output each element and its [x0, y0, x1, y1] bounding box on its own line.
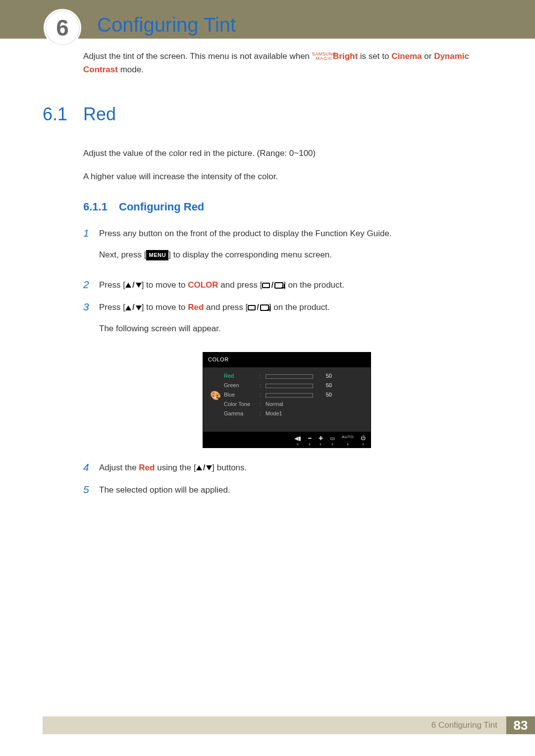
osd-plus-icon: ✚	[319, 434, 323, 443]
osd-text-colortone: Normal	[266, 400, 283, 409]
section-title: Red	[83, 100, 116, 129]
up-arrow-icon	[196, 465, 202, 470]
step-1b-pre: Next, press [	[99, 250, 146, 259]
osd-title: COLOR	[203, 353, 371, 367]
step-2-pre: Press [	[99, 280, 125, 290]
subsection-heading: 6.1.1 Configuring Red	[83, 198, 490, 215]
footer-chapter-label: 6 Configuring Tint	[43, 716, 506, 734]
osd-colon: :	[260, 400, 266, 409]
osd-colon: :	[260, 409, 266, 418]
chapter-number: 6	[45, 14, 80, 41]
chapter-number-circle: 6	[44, 9, 81, 47]
header-bar: 6 Configuring Tint	[0, 0, 535, 39]
section-p1: Adjust the value of the color red in the…	[83, 147, 490, 160]
step-number: 4	[83, 461, 99, 473]
osd-minus-icon: ━	[308, 434, 312, 443]
step-1: 1 Press any button on the front of the p…	[83, 227, 490, 269]
osd-menu-screenshot: COLOR 🎨 Red : 50 Green : 50	[203, 352, 371, 448]
step-3-mid2: and press [	[204, 302, 248, 312]
osd-colon: :	[260, 372, 266, 381]
samsung-magic-sub: MAGIC	[316, 56, 333, 61]
menu-key-icon: MENU	[146, 250, 168, 260]
step-2: 2 Press [/] to move to COLOR and press […	[83, 278, 490, 292]
osd-bar-green	[266, 384, 313, 388]
osd-auto-icon: AUTO	[342, 434, 354, 443]
palette-icon: 🎨	[210, 389, 221, 403]
osd-value-blue: 50	[318, 391, 332, 400]
osd-enter-icon: ▭	[330, 434, 335, 443]
step-4: 4 Adjust the Red using the [/] buttons.	[83, 461, 490, 474]
enter-icon	[260, 304, 269, 311]
section-p2: A higher value will increase the intensi…	[83, 170, 490, 183]
osd-label-blue: Blue	[224, 391, 260, 400]
osd-back-icon: ◀▮	[294, 434, 301, 443]
subsection-title: Configuring Red	[119, 198, 204, 215]
step-4-post: ] buttons.	[212, 463, 247, 472]
step-number: 5	[83, 483, 99, 496]
step-1a-text: Press any button on the front of the pro…	[99, 227, 490, 240]
footer-page-number: 83	[506, 716, 535, 734]
up-arrow-icon	[125, 305, 131, 310]
osd-bar-red	[266, 374, 313, 379]
step-3-mid1: ] to move to	[142, 302, 188, 312]
down-arrow-icon	[136, 283, 142, 288]
step-number: 3	[83, 301, 99, 313]
cinema-word: Cinema	[391, 51, 422, 61]
osd-colon: :	[260, 391, 266, 400]
osd-row-red: Red : 50	[224, 372, 365, 381]
step-5: 5 The selected option will be applied.	[83, 483, 490, 497]
step-3-follow: The following screen will appear.	[99, 322, 490, 335]
osd-value-red: 50	[318, 372, 332, 381]
step-number: 2	[83, 278, 99, 291]
slash-icon: /	[131, 280, 136, 290]
step-3: 3 Press [/] to move to Red and press [/]…	[83, 301, 490, 343]
osd-label-gamma: Gamma	[224, 409, 260, 418]
step-4-mid: using the [	[155, 463, 196, 472]
osd-label-colortone: Color Tone	[224, 400, 260, 409]
step-body: Press [/] to move to Red and press [/] o…	[99, 301, 490, 343]
osd-row-blue: Blue : 50	[224, 391, 365, 400]
step-3-pre: Press [	[99, 302, 125, 312]
osd-power-icon: ⏻	[361, 434, 366, 443]
section-number: 6.1	[43, 100, 83, 129]
source-icon	[262, 283, 270, 288]
source-icon	[248, 305, 256, 310]
intro-text-prefix: Adjust the tint of the screen. This menu…	[83, 51, 312, 61]
slash-icon: /	[131, 302, 136, 312]
osd-row-colortone: Color Tone : Normal	[224, 400, 365, 409]
up-arrow-icon	[125, 283, 131, 288]
osd-list: Red : 50 Green : 50 Blue : 50	[224, 371, 365, 420]
intro-text-mid: is set to	[360, 51, 391, 61]
down-arrow-icon	[206, 465, 212, 470]
step-number: 1	[83, 227, 99, 239]
slash-icon: /	[256, 302, 260, 312]
osd-row-gamma: Gamma : Mode1	[224, 409, 365, 418]
down-arrow-icon	[136, 305, 142, 310]
step-3-post: ] on the product.	[269, 302, 330, 312]
osd-body: 🎨 Red : 50 Green : 50 Blue :	[203, 367, 371, 432]
step-1b-post: ] to display the corresponding menu scre…	[168, 250, 332, 259]
bright-word: Bright	[333, 51, 358, 61]
osd-icon-column: 🎨	[207, 371, 224, 420]
intro-paragraph: Adjust the tint of the screen. This menu…	[83, 50, 490, 76]
step-1b-text: Next, press [MENU] to display the corres…	[99, 248, 490, 261]
step-2-mid2: and press [	[218, 280, 263, 290]
osd-label-green: Green	[224, 381, 260, 390]
step-body: Press any button on the front of the pro…	[99, 227, 490, 269]
step-body: The selected option will be applied.	[99, 483, 490, 497]
intro-text-or: or	[424, 51, 434, 61]
osd-value-green: 50	[318, 381, 332, 390]
step-body: Adjust the Red using the [/] buttons.	[99, 461, 490, 474]
red-word: Red	[188, 302, 204, 312]
color-word: COLOR	[188, 280, 218, 290]
osd-text-gamma: Mode1	[266, 409, 282, 418]
step-2-post: ] on the product.	[283, 280, 344, 290]
intro-text-suffix: mode.	[120, 65, 144, 74]
osd-colon: :	[260, 381, 266, 390]
section-heading: 6.1 Red	[83, 100, 490, 129]
osd-label-red: Red	[224, 372, 260, 381]
step-2-mid1: ] to move to	[142, 280, 188, 290]
subsection-number: 6.1.1	[83, 198, 119, 215]
osd-bar-blue	[266, 393, 313, 398]
page-footer: 6 Configuring Tint 83	[43, 716, 535, 734]
